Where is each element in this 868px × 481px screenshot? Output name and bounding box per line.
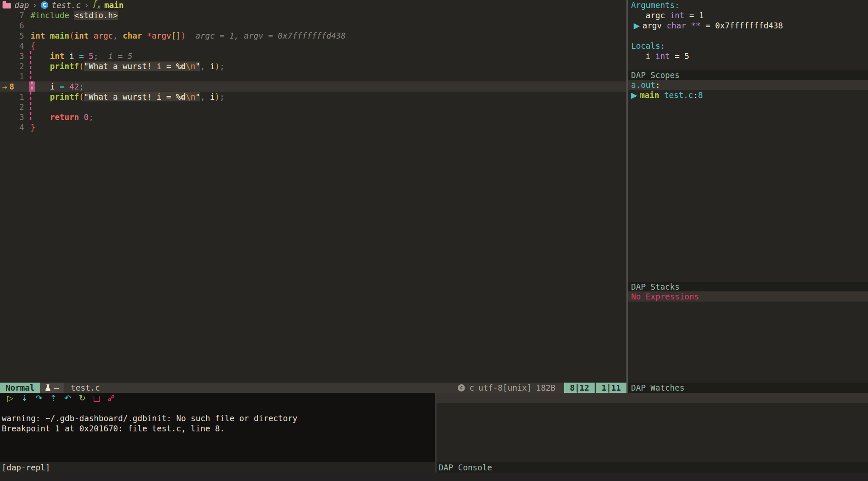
disconnect-button[interactable] [105,393,117,403]
line-number: 3 [19,51,24,61]
line-number: 2 [19,61,24,71]
line-number: 8 [9,81,14,92]
column-indicator: 1|11 [596,383,626,393]
step-into-button[interactable]: ⇣ [19,393,31,403]
scope-variable-row[interactable]: ▶ argv char ** = 0x7fffffffd438 [628,20,868,31]
scope-variable-row[interactable]: Locals: [628,41,868,51]
c-filetype-icon: c [458,384,465,392]
code-text: int i = 5; i = 5 [27,51,132,61]
line-number: 2 [19,102,24,112]
breadcrumb-symbol[interactable]: main [104,0,124,10]
dap-watches-window[interactable]: No Expressions [628,291,868,383]
watches-statusline: DAP Watches [628,383,868,393]
statusline-filename: test.c [64,383,100,393]
line-number: 6 [19,20,24,31]
code-text: #include <stdio.h> [27,10,118,20]
statusline: Normal – test.c c c utf-8[unix] 182B 8|1… [0,383,626,393]
gutter[interactable]: 2 [0,61,27,71]
code-line[interactable]: 2 [0,102,626,112]
scopes-statusline: DAP Scopes [628,70,868,80]
gutter[interactable]: 3 [0,112,27,122]
step-back-button[interactable]: ↶ [62,393,74,403]
watch-row[interactable]: No Expressions [628,291,868,302]
gutter[interactable]: 1 [0,92,27,102]
scope-variable-row[interactable]: Arguments: [628,0,868,10]
line-number: 4 [19,122,24,132]
stop-button[interactable]: □ [91,393,103,403]
dap-console-window[interactable]: DAP Console [437,393,868,473]
code-line[interactable]: 3 int i = 5; i = 5 [0,51,626,61]
code-line[interactable]: 4{ [0,41,626,51]
code-text: int main(int argc, char *argv[]) argc = … [27,31,346,41]
file-info: c c utf-8[unix] 182B [458,383,563,393]
play-button[interactable]: ▷ [4,393,16,403]
line-number: 1 [19,92,24,102]
scope-variable-row[interactable]: i int = 5 [628,51,868,61]
console-cursorline [437,393,868,403]
stack-frame-row[interactable]: a.out: [628,80,868,90]
scope-variable-row[interactable]: argc int = 1 [628,10,868,20]
encoding-label: utf-8[unix] [479,383,532,393]
step-out-button[interactable]: ⇡ [47,393,59,403]
current-line-arrow-icon: → [2,81,7,92]
scope-variable-row[interactable] [628,31,868,41]
code-line[interactable]: 1 [0,71,626,81]
code-line[interactable]: 1 printf("What a wurst! i = %d\n", i); [0,92,626,102]
flask-segment: – [40,383,64,393]
stack-frame-row[interactable]: ▶ main test.c:8 [628,90,868,100]
c-language-icon: C [41,1,48,9]
code-line[interactable]: 5int main(int argc, char *argv[]) argc =… [0,31,626,41]
code-text: printf("What a wurst! i = %d\n", i); [27,92,225,102]
dap-repl-terminal[interactable]: ▷⇣↷⇡↶↻□ warning: ~/.gdb-dashboard/.gdbin… [0,393,435,462]
code-line[interactable]: 4} [0,122,626,132]
breadcrumb-file[interactable]: test.c [52,0,81,10]
code-line[interactable]: →8 i = 42; [0,81,626,92]
console-statusline-label: DAP Console [439,462,492,473]
terminal-line: Breakpoint 1 at 0x201670: file test.c, l… [0,423,435,433]
stacks-statusline: DAP Stacks [628,282,868,291]
terminal-line: warning: ~/.gdb-dashboard/.gdbinit: No s… [0,413,435,423]
line-number: 4 [19,41,24,51]
gutter[interactable]: 7 [0,10,27,20]
command-line[interactable] [0,473,868,481]
dap-stacks-window[interactable]: a.out:▶ main test.c:8 [628,80,868,282]
dap-side-panel: Arguments: argc int = 1 ▶ argv char ** =… [626,0,868,393]
code-line[interactable]: 2 printf("What a wurst! i = %d\n", i); [0,61,626,71]
line-progress-indicator: 8|12 [564,383,595,393]
code-text: } [27,122,35,132]
flask-dash: – [54,383,59,393]
repl-statusline-label: [dap-repl] [2,462,50,473]
chevron-right-icon: › [33,0,36,10]
line-number: 1 [19,71,24,81]
code-text: i = 42; [27,81,84,92]
code-line[interactable]: 7#include <stdio.h> [0,10,626,20]
code-line[interactable]: 3 return 0; [0,112,626,122]
gutter[interactable]: 4 [0,41,27,51]
gutter[interactable]: 5 [0,31,27,41]
console-statusline: DAP Console [437,462,868,473]
code-area[interactable]: 7#include <stdio.h>65int main(int argc, … [0,10,626,132]
gutter[interactable]: 1 [0,71,27,81]
cursor-block [29,81,35,92]
gutter[interactable]: 3 [0,51,27,61]
gutter[interactable]: 2 [0,102,27,112]
mode-indicator: Normal [0,383,40,393]
filetype-label: c [469,383,474,393]
gutter[interactable]: 4 [0,122,27,132]
step-over-button[interactable]: ↷ [33,393,45,403]
filesize-label: 182B [536,383,556,393]
restart-button[interactable]: ↻ [76,393,88,403]
gutter[interactable]: 6 [0,20,27,31]
repl-statusline: [dap-repl] [0,462,435,473]
code-line[interactable]: 6 [0,20,626,31]
breadcrumb-folder[interactable]: dap [14,0,29,10]
line-number: 7 [19,10,24,20]
code-text: printf("What a wurst! i = %d\n", i); [27,61,225,71]
gutter[interactable]: →8 [0,81,27,92]
code-text [27,20,31,31]
dap-scopes-window[interactable]: Arguments: argc int = 1 ▶ argv char ** =… [628,0,868,70]
flask-icon [45,384,51,391]
code-text: { [27,41,35,51]
code-editor-window[interactable]: dap › C test.c › ƒx main 7#include <stdi… [0,0,626,393]
line-number: 5 [19,31,24,41]
